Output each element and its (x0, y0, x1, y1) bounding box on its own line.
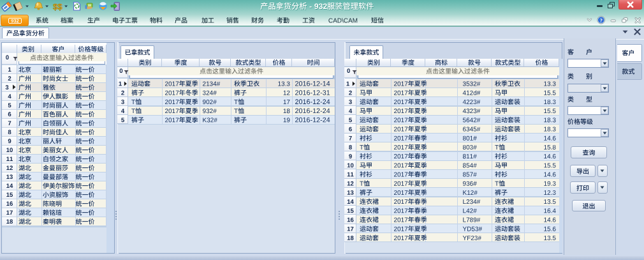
svg-text:$$: $$ (53, 2, 62, 11)
svg-text:?: ? (600, 17, 603, 24)
